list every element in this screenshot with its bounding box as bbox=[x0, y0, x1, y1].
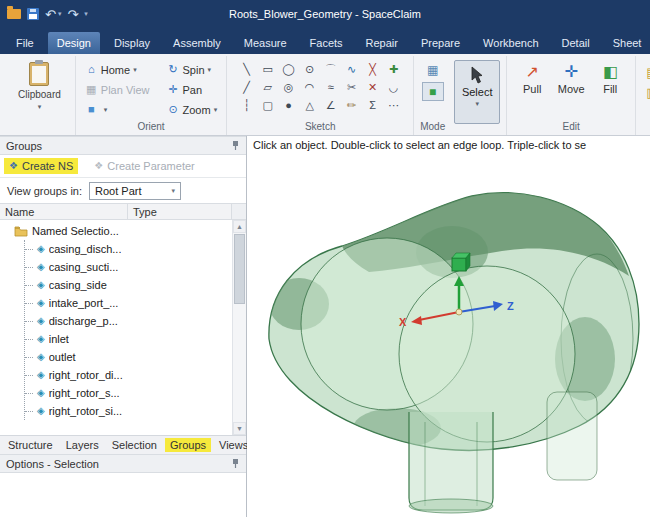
ribbon-tab[interactable]: Display bbox=[105, 32, 159, 54]
ribbon-tab-label: Design bbox=[57, 37, 91, 49]
named-selection-item[interactable]: ◈ intake_port_... bbox=[25, 294, 246, 312]
panel-tab[interactable]: Groups bbox=[165, 438, 211, 452]
column-header-type[interactable]: Type bbox=[128, 204, 231, 219]
scrollbar-up-button[interactable]: ▲ bbox=[233, 220, 246, 233]
create-ns-button[interactable]: ❖ Create NS bbox=[4, 158, 78, 174]
scrollbar-down-button[interactable]: ▼ bbox=[233, 422, 246, 435]
named-selection-item[interactable]: ◈ right_rotor_si... bbox=[25, 402, 246, 420]
ribbon-tab[interactable]: Design bbox=[48, 32, 100, 54]
ribbon-extra-icon[interactable]: ▤ bbox=[646, 66, 650, 79]
model-inner-cylinder bbox=[547, 392, 597, 480]
edit-tool-button[interactable]: ✛ Move bbox=[554, 60, 588, 95]
sketch-tool-icon[interactable]: ✏ bbox=[347, 100, 356, 111]
ribbon-extra-icon[interactable]: ▥ bbox=[646, 86, 650, 99]
named-selection-icon: ◈ bbox=[37, 280, 45, 290]
ribbon-tab-label: Facets bbox=[310, 37, 343, 49]
sketch-tool-icon[interactable]: ≈ bbox=[328, 82, 334, 93]
named-selection-item[interactable]: ◈ casing_sucti... bbox=[25, 258, 246, 276]
sketch-tool-icon[interactable]: △ bbox=[305, 100, 313, 111]
sketch-tool-icon[interactable]: ┆ bbox=[243, 100, 250, 111]
mode-button[interactable]: ▦ bbox=[422, 60, 444, 79]
sketch-tool-icon[interactable]: ◯ bbox=[283, 64, 295, 75]
sketch-tool-icon[interactable]: ◠ bbox=[305, 82, 315, 93]
named-selection-item[interactable]: ◈ discharge_p... bbox=[25, 312, 246, 330]
sketch-tool-icon[interactable]: ● bbox=[285, 100, 292, 111]
paste-button[interactable]: Clipboard ▾ bbox=[8, 57, 71, 113]
orient-button[interactable]: ↻ Spin ▾ bbox=[164, 60, 221, 79]
orient-group-label: Orient bbox=[80, 120, 222, 134]
mode-button[interactable]: ■ bbox=[422, 82, 444, 101]
save-button[interactable] bbox=[27, 8, 39, 20]
named-selection-item[interactable]: ◈ outlet bbox=[25, 348, 246, 366]
named-selection-item[interactable]: ◈ casing_side bbox=[25, 276, 246, 294]
groups-panel-header: Groups bbox=[0, 136, 246, 155]
sketch-tool-icon[interactable]: ✂ bbox=[347, 82, 356, 93]
named-selection-icon: ◈ bbox=[37, 406, 45, 416]
sketch-tool-icon[interactable]: ✕ bbox=[368, 82, 377, 93]
sketch-tool-icon[interactable]: ▭ bbox=[262, 64, 272, 75]
tree-header-button[interactable] bbox=[231, 204, 246, 219]
scrollbar-thumb[interactable] bbox=[234, 234, 245, 304]
sketch-tool-icon[interactable]: ◎ bbox=[284, 82, 294, 93]
edit-tool-button[interactable]: ↗ Pull bbox=[515, 60, 549, 95]
select-button[interactable]: Select ▾ bbox=[454, 60, 500, 124]
orient-button[interactable]: ■ ▾ bbox=[82, 100, 156, 119]
qat-customize-button[interactable]: ▾ bbox=[84, 10, 88, 18]
undo-button[interactable]: ↶ ▾ bbox=[45, 8, 61, 21]
app-menu-button[interactable] bbox=[7, 9, 21, 19]
sketch-tool-icon[interactable]: ⋯ bbox=[388, 100, 399, 111]
ribbon-tab[interactable]: Facets bbox=[301, 32, 352, 54]
named-selection-item[interactable]: ◈ right_rotor_s... bbox=[25, 384, 246, 402]
panel-tab[interactable]: Selection bbox=[107, 438, 162, 452]
tree-scrollbar[interactable]: ▲ ▼ bbox=[232, 220, 246, 435]
sketch-tool-icon[interactable]: ∠ bbox=[326, 100, 336, 111]
column-header-name[interactable]: Name bbox=[0, 204, 128, 219]
panel-tab[interactable]: Structure bbox=[3, 438, 58, 452]
sketch-group-label: Sketch bbox=[231, 120, 409, 134]
tree-folder-row[interactable]: Named Selectio... bbox=[0, 222, 246, 240]
create-parameter-icon: ❖ bbox=[94, 161, 103, 171]
sketch-tool-icon[interactable]: ◡ bbox=[389, 82, 399, 93]
ribbon-tab[interactable]: Detail bbox=[553, 32, 599, 54]
ribbon-tab[interactable]: Sheet bbox=[604, 32, 650, 54]
orient-button[interactable]: ▦ Plan View bbox=[82, 80, 156, 99]
sketch-tool-icon[interactable]: Σ bbox=[369, 100, 376, 111]
3d-viewport[interactable]: Click an object. Double-click to select … bbox=[247, 136, 650, 517]
named-selection-item[interactable]: ◈ inlet bbox=[25, 330, 246, 348]
edit-tool-label: Pull bbox=[523, 83, 541, 95]
named-selection-icon: ◈ bbox=[37, 262, 45, 272]
orient-button[interactable]: ⊙ Zoom ▾ bbox=[164, 100, 221, 119]
y-axis-handle[interactable] bbox=[452, 253, 470, 271]
sketch-tool-icon[interactable]: ╲ bbox=[243, 64, 250, 75]
sketch-tool-icon[interactable]: ▢ bbox=[262, 100, 272, 111]
pin-icon[interactable] bbox=[231, 458, 240, 469]
sketch-tool-icon[interactable]: ╱ bbox=[243, 82, 250, 93]
undo-icon: ↶ bbox=[45, 8, 56, 21]
ribbon-tab[interactable]: Measure bbox=[235, 32, 296, 54]
sketch-tool-icon[interactable]: ∿ bbox=[347, 64, 356, 75]
view-groups-dropdown[interactable]: Root Part ▾ bbox=[89, 182, 181, 200]
orient-button[interactable]: ✛ Pan bbox=[164, 80, 221, 99]
named-selection-item[interactable]: ◈ casing_disch... bbox=[25, 240, 246, 258]
orient-button[interactable]: ⌂ Home ▾ bbox=[82, 60, 156, 79]
pin-icon[interactable] bbox=[231, 140, 240, 151]
create-ns-label: Create NS bbox=[22, 160, 73, 172]
ribbon-tab[interactable]: Assembly bbox=[164, 32, 230, 54]
named-selection-item[interactable]: ◈ right_rotor_di... bbox=[25, 366, 246, 384]
ribbon-tab[interactable]: Prepare bbox=[412, 32, 469, 54]
sketch-tool-icon[interactable]: ⊙ bbox=[305, 64, 314, 75]
ribbon-tab[interactable]: File bbox=[7, 32, 43, 54]
redo-button[interactable]: ↷ bbox=[67, 8, 78, 21]
chevron-down-icon: ▾ bbox=[133, 66, 137, 74]
ribbon-tab[interactable]: Workbench bbox=[474, 32, 547, 54]
panel-tab[interactable]: Layers bbox=[61, 438, 104, 452]
mode-group: ▦ ■ Mode Select ▾ bbox=[413, 56, 506, 135]
sketch-tool-icon[interactable]: ▱ bbox=[263, 82, 271, 93]
sketch-tool-icon[interactable]: ⌒ bbox=[325, 64, 336, 75]
ribbon-tab[interactable]: Repair bbox=[357, 32, 407, 54]
edit-tool-button[interactable]: ◧ Fill bbox=[593, 60, 627, 95]
sketch-tool-icon[interactable]: ✚ bbox=[389, 64, 398, 75]
orient-icon: ⊙ bbox=[167, 104, 180, 115]
orient-label: Home bbox=[101, 64, 130, 76]
sketch-tool-icon[interactable]: ╳ bbox=[369, 64, 376, 75]
